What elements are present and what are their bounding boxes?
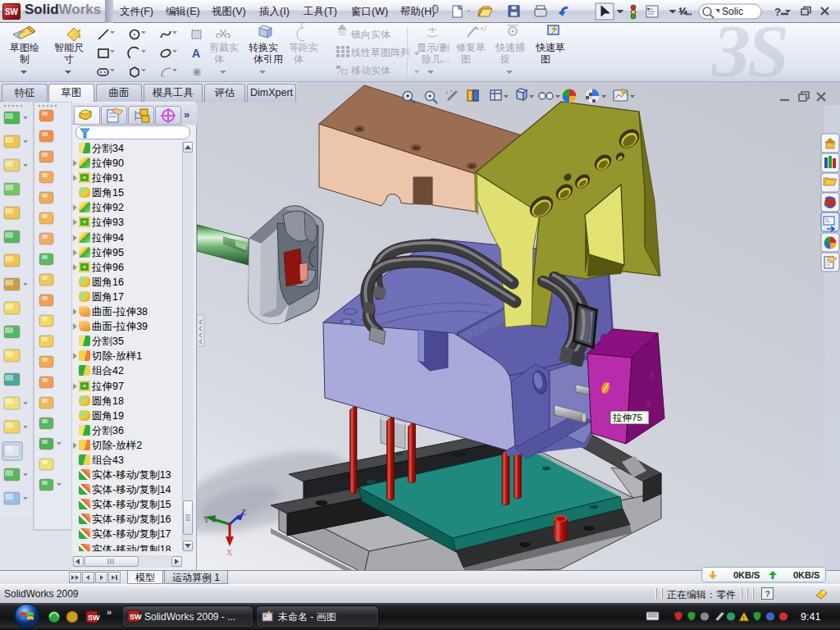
svg-text:A: A [192,47,200,60]
svg-text:+/: +/ [480,25,486,33]
svg-text:未命名 - 画图: 未命名 - 画图 [278,611,336,623]
svg-text:拉伸75: 拉伸75 [612,413,642,422]
svg-text:制: 制 [20,53,30,65]
svg-text:捉: 捉 [500,53,510,65]
svg-text:草图绘: 草图绘 [10,42,39,53]
svg-text:»: » [107,607,112,617]
svg-text:等距实: 等距实 [289,42,318,53]
svg-text:移动实体: 移动实体 [351,65,390,76]
svg-text:体引用: 体引用 [253,53,283,65]
svg-text:转换实: 转换实 [249,42,278,53]
svg-text:除几...: 除几... [422,53,450,65]
svg-text:修复草: 修复草 [456,42,486,53]
svg-text:快速草: 快速草 [535,42,565,53]
svg-text:镜向实体: 镜向实体 [350,29,390,40]
svg-text:Z: Z [241,508,246,517]
svg-text:图: 图 [541,53,550,65]
svg-text:体: 体 [214,53,224,65]
svg-text:显示/删: 显示/删 [417,42,449,53]
svg-text:X: X [226,548,233,557]
svg-text:体: 体 [294,53,304,65]
svg-text:SW: SW [88,614,100,622]
svg-text:Solic: Solic [722,6,743,17]
svg-text:剪裁实: 剪裁实 [209,42,239,53]
svg-text:线性草图阵列: 线性草图阵列 [351,47,410,58]
svg-text:智能尺: 智能尺 [54,42,84,53]
svg-text:9:41: 9:41 [801,611,820,623]
svg-text:Y: Y [203,515,209,524]
svg-text:¼..: ¼.. [679,7,692,16]
svg-text:SW: SW [130,613,142,621]
svg-text:图: 图 [461,53,471,65]
svg-text:!: ! [743,614,745,622]
svg-text:快速捕: 快速捕 [495,42,525,53]
svg-text:寸: 寸 [64,53,74,65]
svg-text:SolidWorks 2009 - ...: SolidWorks 2009 - ... [144,611,235,623]
